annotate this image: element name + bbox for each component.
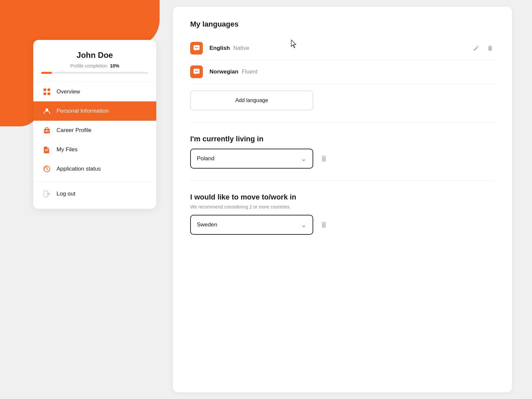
living-in-row: Poland ⌄ — [190, 149, 495, 169]
person-icon — [43, 107, 51, 115]
move-to-subtitle: We recommend considering 2 or more count… — [190, 204, 495, 209]
move-to-title: I would like to move to/work in — [190, 193, 495, 201]
sidebar-item-overview[interactable]: Overview — [33, 82, 156, 101]
language-icon-norwegian — [190, 66, 203, 78]
profile-completion-pct: 10% — [110, 63, 119, 68]
language-level-norwegian: Fluent — [242, 68, 257, 75]
delete-living-in-button[interactable] — [319, 153, 329, 164]
move-to-value: Sweden — [197, 221, 217, 228]
sidebar-item-personal-information-label: Personal Information — [57, 108, 109, 114]
clock-icon — [43, 165, 51, 173]
language-level-english: Native — [233, 45, 249, 52]
svg-rect-2 — [44, 92, 46, 95]
language-row-english: English Native — [190, 37, 495, 60]
nav-divider — [33, 181, 156, 182]
living-in-select[interactable]: Poland ⌄ — [190, 149, 313, 169]
language-name-norwegian: Norwegian — [209, 68, 238, 75]
svg-point-14 — [196, 47, 197, 48]
languages-section-title: My languages — [190, 20, 495, 29]
profile-completion-row: Profile completion 10% — [41, 63, 148, 68]
chevron-down-icon: ⌄ — [301, 155, 307, 163]
svg-point-15 — [197, 47, 198, 48]
logout-icon — [43, 190, 51, 198]
grid-icon — [43, 87, 51, 96]
svg-rect-7 — [46, 130, 48, 132]
sidebar-item-logout[interactable]: Log out — [33, 184, 156, 203]
language-icon-english — [190, 42, 203, 55]
sidebar-header: John Doe Profile completion 10% — [33, 40, 156, 82]
svg-point-18 — [197, 71, 198, 72]
delete-move-to-button[interactable] — [319, 219, 329, 230]
move-to-row: Sweden ⌄ — [190, 215, 495, 235]
main-content: My languages English Native — [173, 7, 512, 392]
section-divider-2 — [190, 181, 495, 181]
profile-completion-label: Profile completion — [70, 63, 107, 68]
chevron-down-icon-2: ⌄ — [301, 221, 307, 229]
user-name: John Doe — [41, 51, 148, 60]
progress-bar-bg — [41, 72, 148, 74]
svg-point-16 — [195, 71, 196, 72]
sidebar-item-logout-label: Log out — [57, 191, 75, 197]
sidebar-item-application-status[interactable]: Application status — [33, 159, 156, 179]
living-in-value: Poland — [197, 155, 214, 162]
file-icon — [43, 145, 51, 154]
cursor-icon — [290, 39, 298, 49]
sidebar-item-personal-information[interactable]: Personal Information — [33, 101, 156, 121]
svg-point-4 — [46, 108, 48, 111]
language-row-norwegian: Norwegian Fluent — [190, 60, 495, 84]
svg-point-17 — [196, 71, 197, 72]
briefcase-icon — [43, 126, 51, 135]
sidebar-item-overview-label: Overview — [57, 88, 80, 95]
sidebar-item-my-files-label: My Files — [57, 146, 77, 153]
delete-english-button[interactable] — [485, 44, 495, 53]
svg-point-13 — [195, 47, 196, 48]
section-divider-1 — [190, 122, 495, 123]
progress-bar-fill — [41, 72, 52, 74]
sidebar-item-career-profile[interactable]: Career Profile — [33, 121, 156, 140]
language-actions-english — [471, 44, 495, 53]
sidebar-item-career-profile-label: Career Profile — [57, 127, 91, 134]
living-in-title: I'm currently living in — [190, 135, 495, 143]
move-to-select[interactable]: Sweden ⌄ — [190, 215, 313, 235]
edit-english-button[interactable] — [471, 44, 481, 53]
svg-rect-0 — [44, 88, 46, 91]
sidebar: John Doe Profile completion 10% Overview — [33, 40, 156, 209]
add-language-button[interactable]: Add language — [190, 90, 313, 110]
svg-rect-1 — [48, 88, 50, 91]
language-name-english: English — [209, 45, 230, 52]
svg-rect-3 — [48, 92, 50, 95]
sidebar-item-application-status-label: Application status — [57, 166, 101, 172]
sidebar-item-my-files[interactable]: My Files — [33, 140, 156, 159]
